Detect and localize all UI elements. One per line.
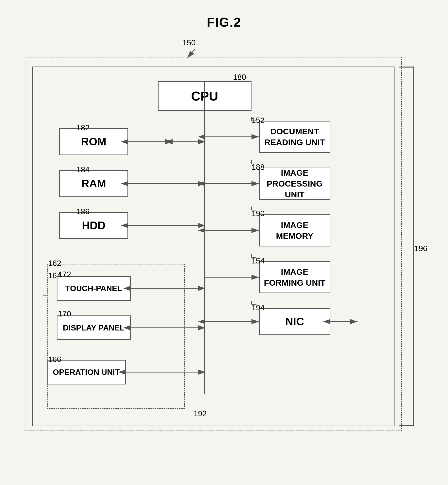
cpu-label: CPU [191, 89, 218, 104]
rom-box: ROM [59, 128, 128, 155]
label-154: 154 [251, 256, 265, 265]
hdd-box: HDD [59, 212, 128, 239]
img-mem-box: IMAGEMEMORY [259, 214, 330, 246]
label-180: 180 [233, 73, 246, 82]
figure-title: FIG.2 [207, 15, 241, 30]
touch-panel-label: TOUCH-PANEL [65, 284, 122, 293]
img-mem-label: IMAGEMEMORY [276, 220, 313, 241]
img-form-box: IMAGEFORMING UNIT [259, 261, 330, 293]
doc-reading-label: DOCUMENTREADING UNIT [264, 126, 325, 148]
touch-panel-box: TOUCH-PANEL [57, 276, 131, 301]
label-172: 172 [58, 270, 71, 279]
label-162: 162 [48, 259, 61, 268]
label-170: 170 [58, 309, 71, 318]
doc-reading-box: DOCUMENTREADING UNIT [259, 121, 330, 153]
label-152: 152 [251, 116, 265, 125]
label-186: 186 [76, 207, 90, 216]
ram-box: RAM [59, 170, 128, 197]
label-196: 196 [414, 244, 427, 253]
page: FIG.2 150 CPU 180 ROM 182 RAM 184 HDD 18… [0, 0, 448, 485]
label-166: 166 [48, 355, 61, 364]
display-panel-label: DISPLAY PANEL [63, 323, 125, 332]
nic-label: NIC [285, 315, 304, 328]
label-184: 184 [76, 165, 90, 174]
label-150: 150 [182, 38, 196, 47]
display-panel-box: DISPLAY PANEL [57, 315, 131, 340]
label-194: 194 [251, 303, 265, 312]
img-proc-box: IMAGEPROCESSING UNIT [259, 168, 330, 200]
label-190: 190 [251, 209, 265, 218]
label-182: 182 [76, 123, 90, 132]
img-form-label: IMAGEFORMING UNIT [264, 266, 325, 288]
right-bracket-196 [399, 67, 414, 426]
cpu-box: CPU [158, 81, 251, 111]
hdd-label: HDD [82, 219, 105, 232]
label-188: 188 [251, 163, 265, 172]
ram-label: RAM [81, 177, 106, 190]
img-proc-label: IMAGEPROCESSING UNIT [260, 167, 330, 200]
nic-box: NIC [259, 308, 330, 335]
op-unit-label: OPERATION UNIT [53, 368, 120, 377]
label-192: 192 [194, 409, 207, 418]
rom-label: ROM [81, 136, 107, 148]
